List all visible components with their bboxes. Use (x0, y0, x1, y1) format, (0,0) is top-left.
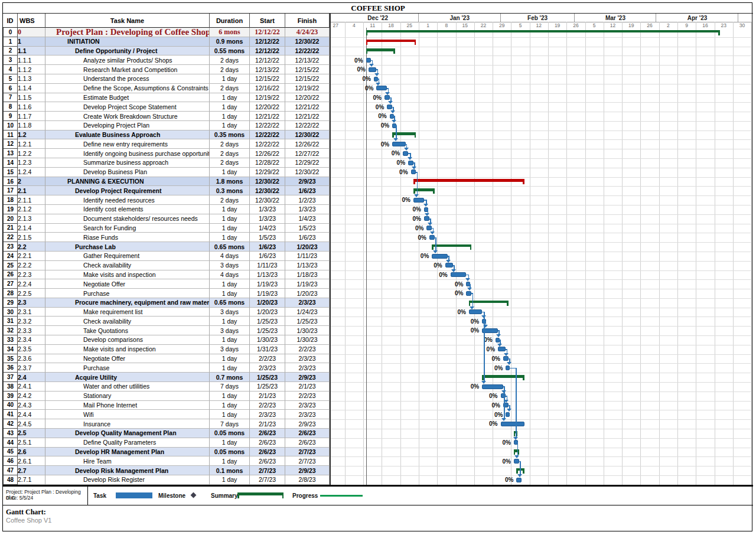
table-row[interactable]: 332.3.4Develop comparisons1 day1/30/231/… (0, 335, 330, 345)
gantt-bar-task[interactable] (516, 478, 522, 482)
gantt-bar-task[interactable] (498, 347, 506, 351)
gantt-bar-task[interactable] (403, 151, 408, 156)
gantt-bar-task[interactable] (376, 86, 387, 90)
finish-cell: 12/30/22 (285, 168, 330, 177)
table-row[interactable]: 101.1.8Developing Project Plan1 day12/22… (0, 121, 330, 131)
gantt-bar-summary[interactable] (482, 375, 524, 378)
table-row[interactable]: 242.2.1Gather Requirement4 days1/6/231/1… (0, 252, 330, 261)
table-row[interactable]: 312.3.2Check availability1 day1/25/231/2… (0, 317, 330, 326)
table-row[interactable]: 252.2.2Check availability3 days1/11/231/… (0, 261, 330, 270)
table-row[interactable]: 61.1.4Define the Scope, Assumptions & Co… (0, 84, 330, 93)
gantt-bar-summary[interactable] (469, 301, 509, 304)
table-row[interactable]: 162PLANNING & EXECUTION1.8 mons12/30/222… (0, 177, 330, 187)
wbs-cell: 2.3.1 (18, 308, 45, 317)
task-name-cell: Develop Risk Management Plan (45, 466, 210, 475)
gantt-bar-summary[interactable] (366, 30, 720, 33)
gantt-bar-task[interactable] (369, 67, 376, 72)
table-row[interactable]: 21.1Define Opportunity / Project0.55 mon… (0, 47, 330, 56)
summary-start-tick (366, 48, 368, 54)
gantt-bar-task[interactable] (506, 412, 510, 417)
table-row[interactable]: 172.1Develop Project Requirement0.3 mons… (0, 186, 330, 195)
table-row[interactable]: 322.3.3Take Quotations3 days1/25/231/30/… (0, 326, 330, 335)
week-tick-label: 18 (384, 22, 397, 28)
gantt-bar-summary[interactable] (366, 48, 395, 51)
gantt-bar-task[interactable] (501, 393, 506, 398)
table-row[interactable]: 212.1.4Search for Funding1 day1/4/231/5/… (0, 224, 330, 233)
table-row[interactable]: 151.2.4Develop Business Plan1 day12/29/2… (0, 168, 330, 177)
task-name-cell: Project Plan : Developing of Coffee Shop (45, 28, 210, 37)
table-row[interactable]: 11INITIATION0.9 mons12/12/2212/30/22 (0, 37, 330, 47)
table-row[interactable]: 192.1.2Identify cost elements1 day1/3/23… (0, 205, 330, 214)
table-row[interactable]: 121.2.1Define new entry requirements2 da… (0, 139, 330, 149)
table-row[interactable]: 432.5Develop Quality Management Plan0.05… (0, 429, 330, 438)
table-row[interactable]: 262.2.3Make visits and inspection4 days1… (0, 270, 330, 280)
table-row[interactable]: 182.1.1Identify needed resources2 days12… (0, 195, 330, 205)
table-row[interactable]: 232.2Purchase Lab0.65 mons1/6/231/20/23 (0, 242, 330, 252)
gantt-bar-task[interactable] (469, 309, 482, 314)
table-row[interactable]: 402.4.3Mail Phone Internet1 day2/2/232/3… (0, 401, 330, 410)
table-row[interactable]: 51.1.3Understand the process1 day12/15/2… (0, 74, 330, 84)
table-row[interactable]: 202.1.3Document stakeholders/ resources … (0, 214, 330, 224)
table-row[interactable]: 282.2.5Purchase1 day1/19/231/20/23 (0, 289, 330, 298)
table-row[interactable]: 392.4.2Stationary1 day2/1/232/2/23 (0, 392, 330, 401)
table-row[interactable]: 342.3.5Make visits and inspection3 days1… (0, 345, 330, 354)
table-row[interactable]: 272.2.4Negotiate Offer1 day1/19/231/19/2… (0, 279, 330, 289)
gantt-bar-task[interactable] (482, 384, 503, 389)
gantt-bar-task[interactable] (451, 272, 467, 277)
gantt-bar-summary[interactable] (432, 244, 471, 247)
wbs-cell: 2.3.2 (18, 317, 45, 326)
table-row[interactable]: 362.3.7Purchase1 day2/3/232/3/23 (0, 363, 330, 373)
table-row[interactable]: 422.4.5Insurance7 days2/1/232/9/23 (0, 419, 330, 429)
table-row[interactable]: 452.6Develop HR Management Plan0.05 mons… (0, 448, 330, 457)
gantt-bar-task[interactable] (384, 95, 390, 100)
table-row[interactable]: 472.7Develop Risk Management Plan0.1 mon… (0, 466, 330, 475)
gantt-bar-task[interactable] (501, 422, 524, 426)
gantt-bar-task[interactable] (424, 216, 429, 221)
table-row[interactable]: 442.5.1Define Quality Parameters1 day2/6… (0, 438, 330, 448)
gantt-bar-task[interactable] (466, 291, 471, 296)
table-row[interactable]: 81.1.6Develop Project Scope Statement1 d… (0, 102, 330, 112)
gantt-subheading: Coffee Shop V1 (6, 517, 51, 524)
table-row[interactable]: 141.2.3Summarize business approach2 days… (0, 158, 330, 168)
table-row[interactable]: 292.3Procure machinery, equipment and ra… (0, 298, 330, 308)
table-row[interactable]: 412.4.4Wifi1 day2/3/232/3/23 (0, 410, 330, 419)
start-cell: 2/1/23 (250, 419, 285, 429)
table-row[interactable]: 111.2Evaluate Business Approach0.35 mons… (0, 131, 330, 140)
gantt-bar-task[interactable] (413, 198, 424, 203)
table-row[interactable]: 91.1.7Create Work Breakdown Structure1 d… (0, 112, 330, 121)
gantt-bar-task[interactable] (411, 169, 416, 174)
week-tick-label: 2 (662, 22, 674, 28)
table-row[interactable]: 302.3.1Make requirement list3 days1/20/2… (0, 308, 330, 317)
gantt-bar-task[interactable] (514, 459, 519, 464)
table-row[interactable]: 222.1.5Riase Funds1 day1/5/231/6/23 (0, 233, 330, 242)
table-row[interactable]: 482.7.1Develop Risk Register1 day2/7/232… (0, 475, 330, 485)
table-row[interactable]: 71.1.5Estimate Budget1 day12/19/2212/20/… (0, 93, 330, 103)
row-gridline (330, 131, 752, 131)
gantt-bar-task[interactable] (408, 161, 413, 165)
gantt-bar-task[interactable] (426, 226, 432, 230)
gantt-bar-task[interactable] (366, 58, 372, 63)
gantt-bar-task[interactable] (432, 254, 448, 259)
table-row[interactable]: 31.1.1Analyze similar Products/ Shops2 d… (0, 56, 330, 65)
gantt-bar-task[interactable] (445, 263, 453, 268)
table-row[interactable]: 462.6.1Hire Team1 day2/6/232/7/23 (0, 456, 330, 466)
id-cell: 6 (3, 84, 18, 93)
gantt-bar-task[interactable] (387, 105, 392, 109)
duration-cell: 0.3 mons (210, 186, 250, 195)
gantt-bar-task[interactable] (503, 356, 509, 361)
gantt-bar-task[interactable] (429, 235, 435, 240)
start-cell: 1/13/23 (250, 270, 285, 280)
table-chart-divider (330, 14, 331, 485)
table-row[interactable]: 00Project Plan : Developing of Coffee Sh… (0, 28, 330, 37)
gantt-bar-summary[interactable] (413, 179, 524, 182)
gantt-bar-task[interactable] (392, 142, 405, 146)
start-cell: 1/6/23 (250, 242, 285, 252)
gantt-bar-summary[interactable] (366, 40, 416, 43)
table-row[interactable]: 352.3.6Negotiate Offer1 day2/2/232/3/23 (0, 354, 330, 364)
table-row[interactable]: 41.1.2Research Market and Competition2 d… (0, 65, 330, 74)
table-row[interactable]: 372.4Acquire Utility0.7 mons1/25/232/9/2… (0, 373, 330, 382)
table-row[interactable]: 131.2.2Identify ongoing business purchas… (0, 149, 330, 158)
finish-cell: 2/7/23 (285, 448, 330, 457)
progress-label: 0% (453, 309, 466, 315)
table-row[interactable]: 382.4.1Water and other utlilities7 days1… (0, 382, 330, 392)
